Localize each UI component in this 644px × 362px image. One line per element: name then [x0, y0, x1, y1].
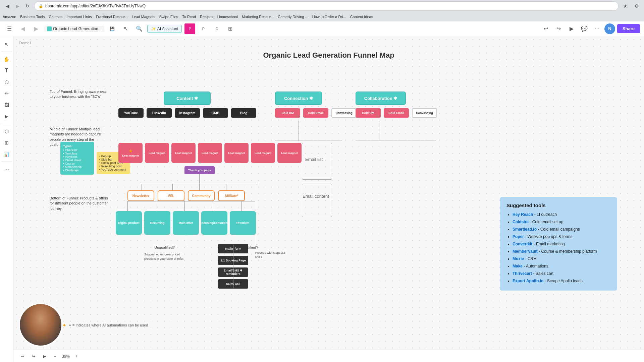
bookmark-to-read[interactable]: To Read	[182, 15, 196, 19]
platform-youtube[interactable]: YouTube	[118, 108, 144, 118]
toolbar-present[interactable]: ▶	[566, 23, 577, 34]
tool-p1[interactable]: P	[184, 23, 195, 34]
connection-box[interactable]: Connection ✱	[275, 92, 322, 105]
tool-thrivecart[interactable]: Thrivecart - Sales cart	[513, 270, 610, 277]
bookmark-amazon[interactable]: Amazon	[3, 15, 16, 19]
offer-premium[interactable]: Premium	[230, 211, 256, 235]
hey-reach-link[interactable]: Hey Reach	[513, 212, 533, 217]
funnel-affiliate[interactable]: Affiliate*	[218, 190, 245, 201]
lead-magnet-6[interactable]: Lead magnet	[251, 143, 275, 163]
platform-instagram[interactable]: Instagram	[175, 108, 200, 118]
connection-canvassing[interactable]: Canvassing	[331, 108, 357, 118]
bookmark-recipes[interactable]: Recipes	[200, 15, 213, 19]
bookmark-lead-magnets[interactable]: Lead Magnets	[132, 15, 155, 19]
bookmark-how-to[interactable]: How to Order a Dri...	[312, 15, 346, 19]
user-avatar[interactable]: N	[604, 23, 615, 34]
canvas[interactable]: Frame1 Organic Lead Generation Funnel Ma…	[13, 36, 644, 362]
lead-magnet-3[interactable]: Lead magnet	[171, 143, 196, 163]
zoom-in-btn[interactable]: +	[72, 352, 80, 360]
tool-more[interactable]: ⋯	[1, 164, 12, 175]
convertkit-link[interactable]: Convertkit	[513, 242, 532, 246]
offer-main[interactable]: Main offer	[173, 211, 199, 235]
back-button[interactable]: ◀	[3, 1, 12, 11]
lead-magnet-4[interactable]: Lead magnet	[198, 143, 222, 163]
bookmark-swipe-files[interactable]: Swipe Files	[159, 15, 178, 19]
bookmark-marketing[interactable]: Marketing Resour...	[242, 15, 274, 19]
platform-gmb[interactable]: GMB	[203, 108, 228, 118]
offer-recurring[interactable]: Recurring	[144, 211, 170, 235]
platform-linkedin[interactable]: LinkedIn	[147, 108, 172, 118]
tool-smartlead[interactable]: Smartlead.io - Cold email campaigns	[513, 226, 610, 232]
cursor-tool[interactable]: ↖	[120, 23, 131, 34]
tool-make[interactable]: Make - Automations	[513, 263, 610, 269]
bookmark-content-ideas[interactable]: Content Ideas	[350, 15, 373, 19]
zoom-button[interactable]: 🔍	[134, 23, 145, 34]
tool-hey-reach[interactable]: Hey Reach - LI outreach	[513, 212, 610, 218]
smartlead-link[interactable]: Smartlead.io	[513, 227, 537, 232]
tool-grid[interactable]: ⊞	[225, 23, 235, 34]
funnel-vsl[interactable]: VSL	[158, 190, 184, 201]
address-bar[interactable]: 🔒 boardmix.com/app/editor/2aEJy3KATwRvk3…	[34, 1, 619, 11]
connection-cold-dm[interactable]: Cold DM	[275, 108, 300, 118]
export-apollo-link[interactable]: Export Apollo.io	[513, 279, 543, 283]
collab-cold-email[interactable]: Cold Email	[384, 108, 409, 118]
bookmark-business-tools[interactable]: Business Tools	[20, 15, 45, 19]
tool-shapes[interactable]: ⬡	[1, 77, 12, 87]
forward-button[interactable]: ▶	[13, 1, 22, 11]
collab-canvassing[interactable]: Canvassing	[412, 108, 437, 118]
collaboration-box[interactable]: Collaboration ✱	[356, 92, 406, 105]
tool-pen[interactable]: ✏	[1, 88, 12, 99]
bookmark-comedy[interactable]: Comedy Driving ...	[278, 15, 308, 19]
thrivecart-link[interactable]: Thrivecart	[513, 271, 532, 276]
lead-magnet-7[interactable]: Lead magnet	[277, 143, 302, 163]
content-box[interactable]: Content ✱	[164, 92, 211, 105]
poper-link[interactable]: Poper	[513, 234, 524, 239]
bookmark-important-links[interactable]: Important Links	[67, 15, 92, 19]
tool-convertkit[interactable]: Convertkit - Email marketing	[513, 241, 610, 247]
tool-moxie[interactable]: Moxie - CRM	[513, 256, 610, 262]
refresh-button[interactable]: ↻	[23, 1, 32, 11]
app-back-button[interactable]: ◀	[17, 23, 28, 34]
bookmark-courses[interactable]: Courses	[49, 15, 63, 19]
tool-coldsire[interactable]: Coldsire - Cold email set up	[513, 219, 610, 225]
toolbar-comment[interactable]: 💬	[579, 23, 590, 34]
moxie-link[interactable]: Moxie	[513, 256, 524, 261]
connection-cold-email[interactable]: Cold Email	[303, 108, 328, 118]
membervault-link[interactable]: MemberVault	[513, 249, 538, 254]
save-button[interactable]: 💾	[107, 23, 118, 34]
bookmark-homeschool[interactable]: Homeschool	[217, 15, 238, 19]
menu-button[interactable]: ☰	[4, 23, 15, 34]
tool-chart[interactable]: 📊	[1, 149, 12, 160]
tool-image[interactable]: 🖼	[1, 100, 12, 110]
zoom-out-btn[interactable]: −	[51, 352, 59, 360]
ai-assistant-button[interactable]: ✨ AI Assistant	[147, 25, 182, 33]
tool-table[interactable]: ⊞	[1, 137, 12, 148]
undo-btn[interactable]: ↩	[19, 352, 27, 360]
lead-magnet-1[interactable]: ★ Lead magnet	[118, 143, 143, 163]
coldsire-link[interactable]: Coldsire	[513, 220, 529, 224]
lead-magnet-2[interactable]: Lead magnet	[145, 143, 169, 163]
bookmark-fractional[interactable]: Fractional Resour...	[96, 15, 128, 19]
funnel-newsletter[interactable]: Newsletter	[127, 190, 154, 201]
tool-cursor[interactable]: ↖	[1, 39, 12, 50]
collab-cold-dm[interactable]: Cold DM	[356, 108, 381, 118]
extensions-button[interactable]: ⚙	[632, 1, 641, 11]
thank-you-page-box[interactable]: Thank you page	[184, 166, 215, 174]
tool-connect[interactable]: ⬡	[1, 126, 12, 137]
funnel-community[interactable]: Community	[188, 190, 215, 201]
toolbar-more[interactable]: ⋯	[592, 23, 602, 34]
tool-hand[interactable]: ✋	[1, 54, 12, 65]
toolbar-undo[interactable]: ↩	[541, 23, 551, 34]
make-link[interactable]: Make	[513, 264, 523, 268]
tool-p2[interactable]: P	[198, 23, 209, 34]
tool-text[interactable]: T	[1, 65, 12, 76]
offer-coaching[interactable]: Coaching/consulting	[201, 211, 227, 235]
redo-btn[interactable]: ↪	[30, 352, 38, 360]
tool-poper[interactable]: Poper - Website pop ups & forms	[513, 234, 610, 240]
tool-c[interactable]: C	[211, 23, 222, 34]
offer-digital[interactable]: Digital product	[116, 211, 142, 235]
app-forward-button[interactable]: ▶	[31, 23, 42, 34]
bookmark-button[interactable]: ★	[621, 1, 630, 11]
toolbar-redo[interactable]: ↪	[553, 23, 564, 34]
tool-media[interactable]: ▶	[1, 111, 12, 122]
